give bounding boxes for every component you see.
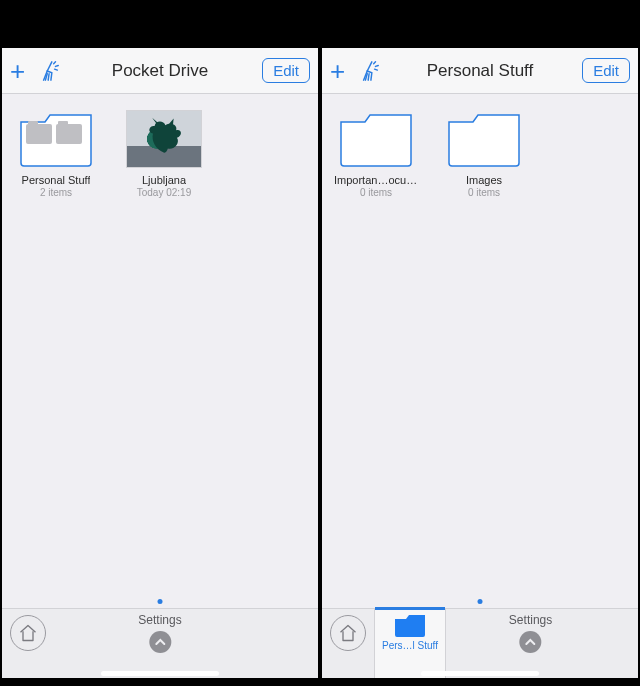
- phone-right: + Personal Stuff Edit Importan…o: [322, 0, 638, 686]
- home-indicator: [421, 671, 539, 676]
- edit-button[interactable]: Edit: [582, 58, 630, 83]
- image-thumbnail: [126, 110, 202, 168]
- active-tab-label: Pers…l Stuff: [382, 640, 438, 651]
- page-indicator-dot: [478, 599, 483, 604]
- settings-tab[interactable]: Settings: [509, 613, 552, 653]
- item-title: Importan…ocuments: [334, 174, 418, 186]
- navbar: + Personal Stuff Edit: [322, 48, 638, 94]
- grid-item[interactable]: Personal Stuff 2 items: [14, 110, 98, 198]
- grid-item[interactable]: Ljubljana Today 02:19: [122, 110, 206, 198]
- settings-label: Settings: [509, 613, 552, 627]
- chevron-up-icon: [520, 631, 542, 653]
- item-title: Ljubljana: [142, 174, 186, 186]
- home-button[interactable]: [10, 615, 46, 651]
- screen: + Pocket Drive Edit: [2, 48, 318, 678]
- folder-preview-icon: [26, 124, 86, 160]
- folder-icon: [393, 611, 427, 639]
- settings-label: Settings: [138, 613, 181, 627]
- content-area[interactable]: Importan…ocuments 0 items Images 0 items: [322, 94, 638, 608]
- folder-icon: [446, 110, 522, 168]
- add-button[interactable]: +: [10, 58, 25, 84]
- edit-button[interactable]: Edit: [262, 58, 310, 83]
- item-subtitle: 0 items: [468, 187, 500, 198]
- home-indicator: [101, 671, 219, 676]
- bottom-bar: Pers…l Stuff Settings: [322, 608, 638, 678]
- folder-icon: [338, 110, 414, 168]
- folder-icon: [18, 110, 94, 168]
- item-title: Personal Stuff: [22, 174, 91, 186]
- item-subtitle: 0 items: [360, 187, 392, 198]
- item-subtitle: 2 items: [40, 187, 72, 198]
- active-folder-tab[interactable]: Pers…l Stuff: [374, 609, 446, 678]
- screen: + Personal Stuff Edit Importan…o: [322, 48, 638, 678]
- item-title: Images: [466, 174, 502, 186]
- clean-icon[interactable]: [39, 60, 61, 82]
- content-area[interactable]: Personal Stuff 2 items Ljubljana Today 0…: [2, 94, 318, 608]
- grid-item[interactable]: Importan…ocuments 0 items: [334, 110, 418, 198]
- page-indicator-dot: [158, 599, 163, 604]
- bottom-bar: Settings: [2, 608, 318, 678]
- settings-tab[interactable]: Settings: [138, 613, 181, 653]
- navbar: + Pocket Drive Edit: [2, 48, 318, 94]
- home-button[interactable]: [330, 615, 366, 651]
- phone-left: + Pocket Drive Edit: [2, 0, 318, 686]
- grid-item[interactable]: Images 0 items: [442, 110, 526, 198]
- chevron-up-icon: [149, 631, 171, 653]
- add-button[interactable]: +: [330, 58, 345, 84]
- item-subtitle: Today 02:19: [137, 187, 192, 198]
- clean-icon[interactable]: [359, 60, 381, 82]
